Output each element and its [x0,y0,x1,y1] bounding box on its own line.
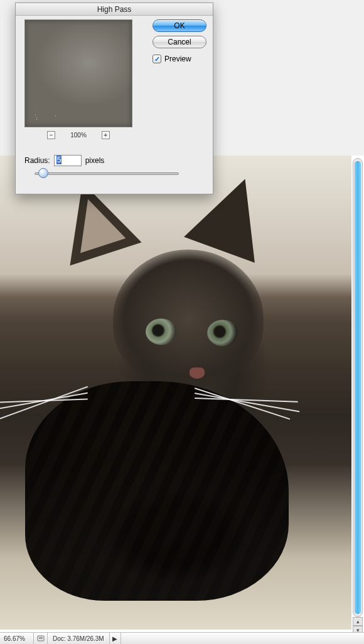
image-shape [207,320,238,346]
image-shape [190,367,205,379]
image-shape [146,319,177,345]
document-canvas[interactable] [0,156,364,632]
image-content [0,156,351,630]
scrollbar-thumb[interactable] [355,161,361,614]
preview-checkbox-label: Preview [164,55,191,63]
preview-checkbox-row[interactable]: ✓ Preview [153,55,206,63]
svg-rect-1 [39,637,43,638]
document-info-icon[interactable] [34,633,48,644]
radius-slider-track[interactable] [35,172,179,175]
status-bar: 66.67% Doc: 3.76M/26.3M ▶ [0,632,364,644]
document-size-info: Doc: 3.76M/26.3M [48,633,110,644]
filter-preview-image[interactable] [24,19,132,127]
radius-input[interactable]: 5 [54,155,82,166]
image-shape [25,381,289,601]
scrollbar-arrow-up-icon[interactable]: ▴ [353,617,363,626]
image-shape [113,250,264,388]
dialog-title: High Pass [16,3,213,16]
high-pass-dialog: High Pass − 100% + OK Cancel ✓ Preview R… [15,3,213,194]
preview-checkbox[interactable]: ✓ [153,55,161,63]
ok-button[interactable]: OK [153,19,206,32]
vertical-scrollbar[interactable] [353,158,363,617]
zoom-in-button[interactable]: + [102,131,110,139]
zoom-level[interactable]: 66.67% [0,633,34,644]
svg-rect-2 [39,638,43,639]
zoom-out-button[interactable]: − [47,131,55,139]
radius-slider-thumb[interactable] [38,168,48,178]
cancel-button[interactable]: Cancel [153,36,206,48]
radius-label: Radius: [24,156,50,165]
preview-zoom-value: 100% [70,132,87,139]
status-flyout-icon[interactable]: ▶ [110,633,121,644]
radius-unit-label: pixels [85,156,105,165]
